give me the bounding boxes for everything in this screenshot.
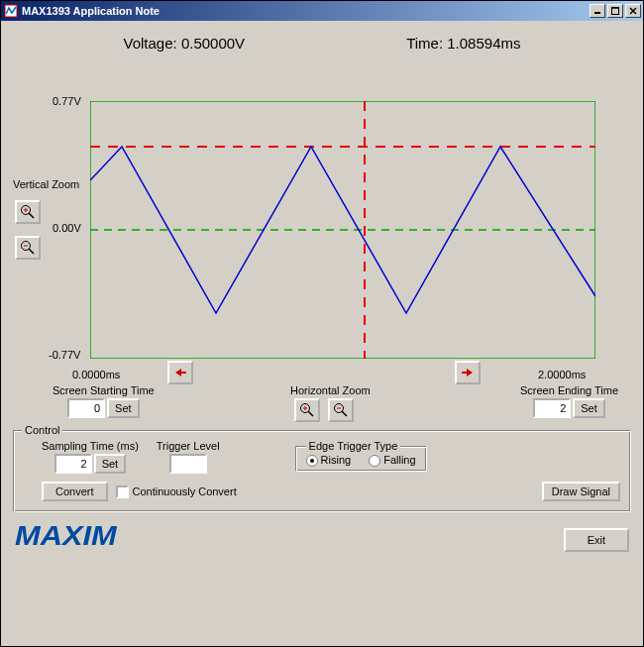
control-row-2: Convert Continuously Convert bbox=[22, 482, 622, 501]
control-row-1: Sampling Time (ms) Set Trigger Level Edg… bbox=[22, 440, 622, 474]
screen-start-time-input[interactable] bbox=[67, 398, 105, 418]
window-controls bbox=[590, 4, 641, 18]
x-axis-start-label: 0.0000ms bbox=[72, 369, 120, 380]
sampling-time-block: Sampling Time (ms) Set bbox=[42, 440, 139, 474]
window-title: MAX1393 Application Note bbox=[22, 5, 590, 17]
vertical-zoom-out-button[interactable] bbox=[15, 236, 41, 260]
scroll-right-button[interactable] bbox=[455, 361, 481, 384]
sampling-time-input[interactable] bbox=[54, 454, 92, 474]
svg-line-23 bbox=[308, 411, 313, 416]
screen-end-time-block: Screen Ending Time Set bbox=[520, 384, 618, 418]
svg-line-11 bbox=[29, 249, 34, 254]
svg-marker-20 bbox=[467, 369, 473, 377]
y-axis-bottom-label: -0.77V bbox=[49, 349, 80, 361]
screen-start-time-block: Screen Starting Time Set bbox=[53, 384, 155, 418]
draw-signal-button[interactable]: Draw Signal bbox=[542, 482, 620, 501]
screen-start-set-button[interactable]: Set bbox=[107, 398, 140, 418]
arrow-left-icon bbox=[173, 367, 187, 378]
screen-end-time-input[interactable] bbox=[533, 398, 571, 418]
checkbox-icon bbox=[116, 485, 129, 498]
maximize-button[interactable] bbox=[607, 4, 623, 18]
sampling-time-label: Sampling Time (ms) bbox=[42, 440, 139, 452]
screen-start-time-label: Screen Starting Time bbox=[53, 384, 155, 396]
sampling-set-button[interactable]: Set bbox=[94, 454, 127, 474]
maxim-logo: MAXIM bbox=[15, 520, 117, 552]
rising-radio[interactable]: Rising bbox=[306, 454, 352, 467]
vertical-zoom-in-button[interactable] bbox=[15, 200, 41, 224]
y-axis-mid-label: 0.00V bbox=[53, 222, 81, 234]
edge-trigger-legend: Edge Trigger Type bbox=[306, 440, 401, 452]
zoom-in-icon bbox=[299, 402, 315, 418]
radio-icon bbox=[369, 455, 380, 467]
continuous-convert-checkbox[interactable]: Continuously Convert bbox=[116, 485, 237, 498]
bottom-row: MAXIM Exit bbox=[13, 516, 631, 554]
minimize-button[interactable] bbox=[590, 4, 605, 18]
voltage-readout: Voltage: 0.50000V bbox=[124, 35, 246, 52]
exit-button[interactable]: Exit bbox=[564, 528, 629, 552]
svg-line-7 bbox=[29, 213, 34, 218]
close-button[interactable] bbox=[625, 4, 641, 18]
app-icon bbox=[3, 3, 19, 19]
horizontal-zoom-label: Horizontal Zoom bbox=[290, 384, 371, 396]
info-row: Voltage: 0.50000V Time: 1.08594ms bbox=[13, 29, 631, 61]
control-panel: Control Sampling Time (ms) Set Trigger L… bbox=[13, 424, 631, 512]
oscilloscope-area: 0.77V 0.00V -0.77V 0.0000ms 2.0000ms Ver… bbox=[13, 61, 631, 418]
radio-icon bbox=[306, 455, 318, 467]
screen-end-time-label: Screen Ending Time bbox=[520, 384, 618, 396]
svg-line-27 bbox=[342, 411, 347, 416]
svg-marker-18 bbox=[175, 369, 181, 377]
x-axis-end-label: 2.0000ms bbox=[538, 369, 586, 380]
trigger-level-input[interactable] bbox=[169, 454, 207, 474]
horizontal-zoom-in-button[interactable] bbox=[294, 398, 320, 422]
convert-button[interactable]: Convert bbox=[42, 482, 108, 501]
arrow-right-icon bbox=[461, 367, 475, 378]
trigger-level-label: Trigger Level bbox=[157, 440, 220, 452]
screen-end-set-button[interactable]: Set bbox=[573, 398, 605, 418]
title-bar: MAX1393 Application Note bbox=[1, 1, 643, 21]
content-area: Voltage: 0.50000V Time: 1.08594ms 0.77V … bbox=[1, 21, 643, 646]
edge-trigger-group: Edge Trigger Type Rising Falling bbox=[295, 440, 427, 472]
zoom-out-icon bbox=[333, 402, 349, 418]
zoom-in-icon bbox=[20, 204, 36, 220]
vertical-zoom-label: Vertical Zoom bbox=[13, 178, 79, 190]
horizontal-zoom-out-button[interactable] bbox=[328, 398, 354, 422]
y-axis-top-label: 0.77V bbox=[53, 95, 81, 107]
time-readout: Time: 1.08594ms bbox=[406, 35, 520, 52]
oscilloscope-display[interactable] bbox=[90, 101, 595, 359]
zoom-out-icon bbox=[20, 240, 36, 256]
control-legend: Control bbox=[22, 424, 62, 436]
falling-radio[interactable]: Falling bbox=[369, 454, 415, 467]
trigger-level-block: Trigger Level bbox=[157, 440, 220, 474]
app-window: MAX1393 Application Note Voltage: 0.5000… bbox=[0, 0, 644, 647]
scroll-left-button[interactable] bbox=[167, 361, 193, 384]
